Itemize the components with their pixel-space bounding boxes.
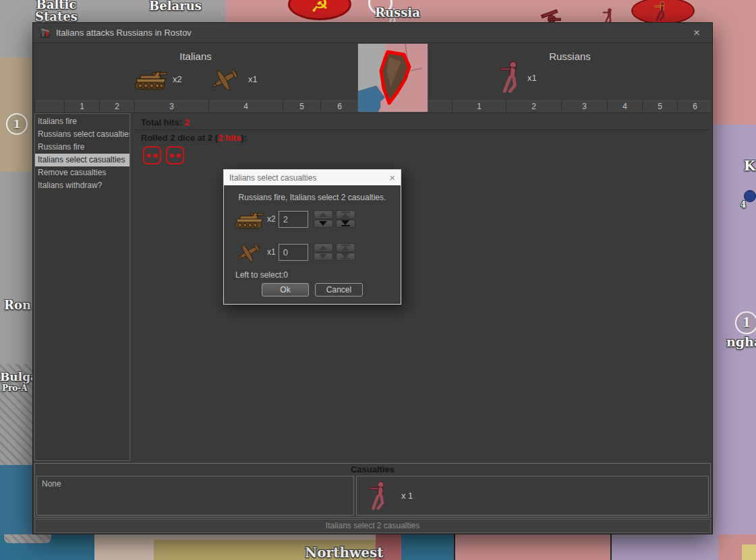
tank-icon	[133, 66, 169, 92]
hammer-sickle-icon: ☭	[311, 0, 329, 17]
unit-count-label: x1	[267, 247, 276, 257]
defender-name: Russians	[428, 51, 712, 62]
casualty-unit-count: x 1	[401, 491, 413, 501]
dialog-close-icon[interactable]: ×	[389, 172, 395, 183]
dice-column-header: 3	[134, 100, 208, 113]
map-label-northwest: Northwest	[305, 546, 383, 559]
map-label-k: K	[744, 159, 755, 173]
casualty-row-tank: x2 2	[233, 204, 358, 235]
plane-icon	[207, 63, 245, 94]
ok-button[interactable]: Ok	[262, 283, 309, 297]
dialog-title: Italians select casualties	[229, 173, 316, 183]
battle-icon	[40, 28, 51, 38]
battle-step: Remove casualties	[35, 166, 129, 179]
die-showing-2	[166, 146, 184, 164]
dice-column-header	[428, 100, 452, 113]
dialog-buttons: Ok Cancel	[224, 283, 401, 297]
battle-step: Russians fire	[35, 141, 129, 154]
rolled-dice-row	[143, 146, 184, 164]
territory-badge-right: 1	[735, 311, 756, 334]
infantry-icon	[500, 61, 524, 94]
unit-stack-count: 4	[740, 201, 746, 209]
die-pip	[147, 154, 151, 158]
dice-column-header: 1	[64, 100, 99, 113]
plane-max-spinner	[336, 243, 355, 261]
dice-column-header: 2	[506, 100, 561, 113]
dice-column-header: 4	[208, 100, 283, 113]
spin-max-button[interactable]	[336, 243, 355, 252]
status-bar: Italians select 2 casualties	[34, 519, 711, 533]
dialog-titlebar: Italians select casualties ×	[224, 170, 401, 185]
map-region-bottom-yellow	[742, 545, 756, 560]
window-close-icon[interactable]: ×	[688, 26, 705, 40]
map-label-romania: Ron	[4, 299, 31, 311]
cancel-button[interactable]: Cancel	[315, 283, 363, 297]
map-label-russia: Russia	[375, 7, 420, 19]
map-label-belarus: Belarus	[149, 0, 202, 12]
dice-column-header: 5	[283, 100, 320, 113]
spin-max-button[interactable]	[336, 210, 355, 219]
plane-casualty-count-field[interactable]: 0	[279, 244, 308, 261]
battle-steps-list: Italians fire Russians select casualties…	[34, 113, 130, 461]
separator-line	[134, 129, 709, 130]
attacker-name: Italians	[33, 51, 358, 62]
battle-step: Italians fire	[35, 115, 129, 128]
die-pip	[177, 154, 181, 158]
map-label-shanghai: nghai	[726, 336, 756, 348]
casualties-panel: Casualties None x 1	[34, 463, 711, 518]
dice-column-header: 6	[677, 100, 711, 113]
map-region-bottom-purple	[612, 534, 718, 560]
tank-icon	[233, 208, 266, 230]
spin-down-button[interactable]	[314, 220, 333, 228]
spin-up-button[interactable]	[314, 210, 333, 219]
plane-icon	[233, 239, 266, 266]
rolled-dice-line: Rolled 2 dice at 2 (2 hits):	[141, 133, 247, 143]
total-hits-value: 2	[185, 117, 190, 127]
dice-column-header	[34, 100, 64, 113]
dice-column-header: 5	[642, 100, 677, 113]
defender-unit-infantry: x1	[500, 61, 537, 94]
map-region-bottom-pink	[454, 534, 612, 560]
dice-column-header: 3	[561, 100, 607, 113]
battle-step: Russians select casualties	[35, 128, 129, 141]
casualty-row-plane: x1 0	[233, 237, 358, 268]
dice-column-header: 1	[452, 100, 506, 113]
dice-column-header: 6	[320, 100, 358, 113]
spin-up-button[interactable]	[314, 243, 333, 252]
casualties-body: None x 1	[36, 476, 709, 516]
map-region-sea-bottom-mid	[401, 534, 454, 560]
map-label-bulgaria-sub: Pro-A	[2, 384, 28, 392]
territory-map-thumbnail	[358, 44, 428, 112]
unit-count-label: x2	[173, 74, 182, 84]
dice-column-header: 4	[607, 100, 642, 113]
map-label-baltic: Baltic States	[35, 0, 78, 23]
spin-min-button[interactable]	[336, 253, 355, 261]
dialog-message: Russians fire, Italians select 2 casualt…	[224, 193, 401, 202]
map-island	[4, 534, 51, 543]
tank-max-spinner	[336, 210, 355, 228]
die-pip	[170, 154, 174, 158]
casualties-title: Casualties	[35, 464, 710, 475]
left-to-select-label: Left to select:0	[235, 270, 288, 280]
casualties-defender-panel: x 1	[356, 476, 709, 516]
spin-min-button[interactable]	[336, 220, 355, 228]
battle-window-titlebar: Italians attacks Russians in Rostov ×	[33, 23, 712, 43]
window-title: Italians attacks Russians in Rostov	[56, 28, 192, 38]
battle-step-selected: Italians select casualties	[35, 154, 129, 166]
spin-down-button[interactable]	[314, 253, 333, 261]
attacker-unit-tank: x2	[133, 66, 182, 92]
dice-column-header: 2	[99, 100, 134, 113]
total-hits-line: Total hits: 2	[141, 117, 190, 127]
casualties-attacker-panel: None	[36, 476, 354, 516]
battle-step: Italians withdraw?	[35, 179, 129, 192]
russian-infantry-sprite	[654, 1, 669, 22]
unit-count-label: x2	[267, 214, 276, 224]
die-pip	[154, 154, 158, 158]
map-region-left-gray	[0, 172, 32, 371]
tank-spinner	[314, 210, 333, 228]
tank-casualty-count-field[interactable]: 2	[279, 211, 308, 228]
attacker-unit-plane: x1	[207, 63, 258, 94]
unit-count-label: x1	[248, 74, 258, 84]
die-showing-2	[143, 146, 161, 164]
infantry-icon	[369, 480, 390, 511]
